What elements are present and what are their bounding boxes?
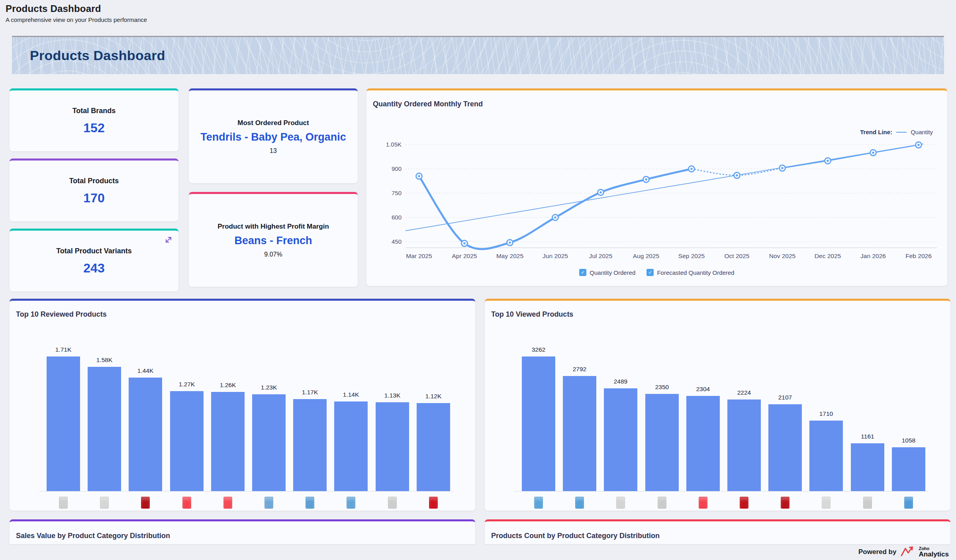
bar-chart-plot: 3262279224892350230422242107171011611058	[485, 301, 950, 511]
bar[interactable]	[768, 404, 802, 491]
x-axis-label: Jun 2025	[543, 253, 568, 259]
bar-value-label: 1058	[891, 437, 927, 444]
dashboard-banner: Products Dashboard	[12, 36, 944, 74]
bar[interactable]	[809, 421, 843, 491]
kpi-label: Total Products	[69, 177, 119, 185]
x-axis-label: Jan 2026	[860, 253, 886, 259]
products-count-by-category-card: Products Count by Product Category Distr…	[485, 519, 950, 544]
bar[interactable]	[376, 402, 409, 491]
page-title: Products Dashboard	[6, 3, 147, 14]
bar-value-label: 2489	[603, 378, 639, 385]
legend-label: Quantity Ordered	[590, 269, 635, 276]
zoho-analytics-wordmark[interactable]: Zoho Analytics	[919, 546, 949, 558]
checkbox-checked-icon[interactable]: ✓	[646, 269, 654, 276]
bar[interactable]	[88, 367, 121, 491]
quantity-trend-chart-card: Quantity Ordered Monthly Trend Trend Lin…	[366, 88, 947, 286]
product-thumbnail-9-image	[388, 497, 397, 509]
bar-value-label: 1.13K	[374, 392, 410, 399]
data-point-center	[781, 167, 784, 169]
bar-value-label: 1.12K	[415, 393, 451, 400]
data-point-center	[917, 144, 920, 146]
x-axis-label: Oct 2025	[725, 253, 750, 259]
bar[interactable]	[334, 401, 368, 491]
bar-chart-plot: 1.71K1.58K1.44K1.27K1.26K1.23K1.17K1.14K…	[10, 301, 475, 511]
x-axis-label: Sep 2025	[678, 253, 705, 259]
product-thumbnail-8-image	[347, 497, 355, 509]
bar-value-label: 1161	[850, 433, 885, 440]
bar[interactable]	[293, 399, 327, 491]
highlight-label: Product with Highest Profit Margin	[217, 223, 329, 231]
sales-value-by-category-card: Sales Value by Product Category Distribu…	[10, 519, 475, 544]
y-axis-tick: 600	[392, 214, 402, 221]
page-subtitle: A comprehensive view on your Products pe…	[6, 16, 147, 23]
x-axis-label: Dec 2025	[815, 253, 841, 259]
highlight-value: Beans - French	[234, 235, 312, 247]
product-thumbnail-10-image	[904, 497, 913, 509]
kpi-value: 170	[83, 191, 104, 206]
legend-toggle-forecasted-quantity-ordered[interactable]: ✓Forecasted Quantity Ordered	[646, 269, 734, 276]
data-point-center	[599, 191, 602, 194]
bar-value-label: 1.14K	[333, 391, 369, 398]
bar[interactable]	[727, 399, 761, 491]
product-thumbnail-2-image	[575, 497, 584, 509]
kpi-label: Total Brands	[72, 107, 116, 115]
chart-title: Sales Value by Product Category Distribu…	[16, 532, 170, 540]
bar[interactable]	[645, 394, 679, 491]
bar-value-label: 2350	[644, 384, 680, 391]
bar-value-label: 2224	[726, 389, 762, 396]
bar[interactable]	[252, 394, 286, 491]
data-point-center	[463, 242, 466, 245]
bar-value-label: 3262	[521, 346, 556, 353]
data-point-center	[827, 160, 829, 162]
legend-label: Forecasted Quantity Ordered	[657, 269, 734, 276]
product-thumbnail-1-image	[59, 497, 68, 509]
product-thumbnail-5-image	[223, 497, 232, 509]
bar[interactable]	[170, 391, 204, 491]
product-thumbnail-1-image	[534, 497, 543, 509]
quantity-ordered-line	[419, 169, 692, 249]
bar[interactable]	[417, 403, 450, 491]
product-thumbnail-8-image	[822, 497, 831, 509]
data-point-center	[690, 168, 693, 170]
bar[interactable]	[851, 443, 884, 491]
banner-title: Products Dashboard	[12, 48, 165, 63]
bar[interactable]	[686, 396, 720, 491]
bar-value-label: 1.44K	[127, 367, 163, 374]
data-point-center	[645, 178, 647, 181]
kpi-card-total-product-variants: Total Product Variants 243	[10, 229, 178, 292]
zoho-logo-icon[interactable]	[900, 545, 915, 559]
brand-name-bottom: Analytics	[919, 551, 949, 558]
product-thumbnail-4-image	[658, 497, 666, 509]
y-axis-tick: 450	[392, 238, 402, 245]
bar-value-label: 1.58K	[86, 356, 122, 364]
highlight-label: Most Ordered Product	[237, 119, 309, 127]
page-header: Products Dashboard A comprehensive view …	[6, 3, 147, 23]
kpi-card-total-brands: Total Brands 152	[10, 88, 178, 151]
x-axis-label: Apr 2025	[452, 253, 477, 259]
bar[interactable]	[604, 388, 637, 491]
bar[interactable]	[47, 356, 80, 491]
product-thumbnail-4-image	[182, 497, 191, 509]
highlight-card-most-ordered: Most Ordered Product Tendrils - Baby Pea…	[189, 88, 358, 183]
footer: Powered by Zoho Analytics	[858, 544, 949, 560]
bar[interactable]	[563, 376, 596, 491]
x-axis-label: Jul 2025	[589, 253, 613, 259]
data-point-center	[872, 152, 874, 154]
product-thumbnail-3-image	[141, 497, 150, 509]
bar[interactable]	[522, 356, 555, 491]
bar[interactable]	[129, 378, 162, 491]
expand-icon[interactable]	[164, 235, 173, 244]
x-axis-label: Feb 2026	[905, 253, 932, 259]
data-point-center	[554, 216, 556, 219]
kpi-value: 243	[83, 261, 104, 276]
bar[interactable]	[211, 392, 245, 491]
x-axis-label: Mar 2025	[406, 253, 432, 259]
bar[interactable]	[892, 447, 925, 491]
product-thumbnail-5-image	[699, 497, 707, 509]
chart-title: Products Count by Product Category Distr…	[491, 532, 660, 540]
product-thumbnail-9-image	[863, 497, 872, 509]
product-thumbnail-2-image	[100, 497, 109, 509]
line-chart-plot[interactable]: 4506007509001.05KMar 2025Apr 2025May 202…	[371, 128, 942, 264]
checkbox-checked-icon[interactable]: ✓	[579, 269, 586, 276]
legend-toggle-quantity-ordered[interactable]: ✓Quantity Ordered	[579, 269, 635, 276]
